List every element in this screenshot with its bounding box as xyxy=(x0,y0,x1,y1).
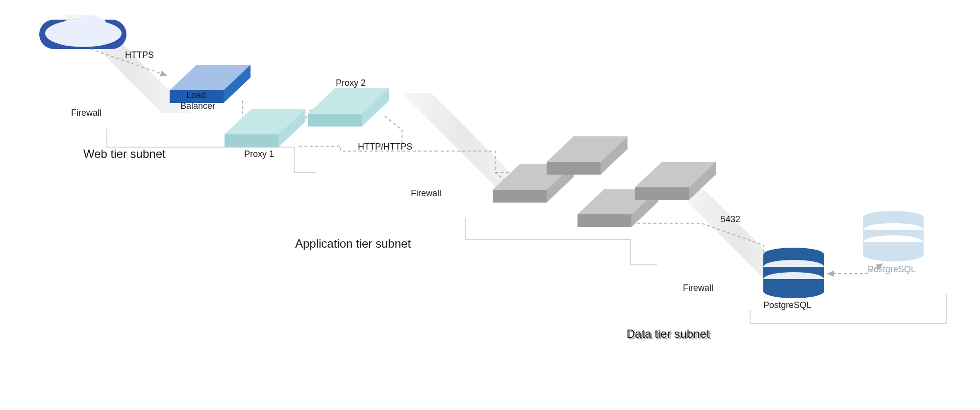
proxy1-label: Proxy 1 xyxy=(244,149,274,159)
svg-marker-23 xyxy=(578,214,631,227)
web-tier-label: Web tier subnet xyxy=(83,147,166,160)
firewall-1-label: Firewall xyxy=(71,108,101,118)
port-label: 5432 xyxy=(721,214,740,224)
svg-point-34 xyxy=(763,284,824,298)
svg-marker-20 xyxy=(547,162,601,175)
svg-marker-26 xyxy=(635,187,689,200)
proxy-2 xyxy=(308,88,389,127)
lb-label-2: Balancer xyxy=(180,101,215,111)
svg-point-6 xyxy=(77,16,107,35)
firewall-2-label: Firewall xyxy=(411,188,441,198)
postgresql-secondary xyxy=(863,211,924,261)
architecture-diagram: Firewall Firewall Firewall HTTPS Load Ba… xyxy=(0,0,980,410)
postgres1-label: PostgreSQL xyxy=(763,300,811,310)
svg-point-41 xyxy=(863,248,924,261)
http-https-label: HTTP/HTTPS xyxy=(358,142,412,152)
https-label: HTTPS xyxy=(125,50,154,60)
proxy-1 xyxy=(225,109,305,147)
proxy2-label: Proxy 2 xyxy=(336,78,366,88)
load-balancer xyxy=(170,65,251,103)
svg-marker-14 xyxy=(308,114,362,127)
data-tier-label: Data tier subnet xyxy=(627,327,710,340)
svg-marker-11 xyxy=(225,134,278,147)
app-server-2 xyxy=(547,136,628,175)
cloud-icon xyxy=(39,16,126,49)
app-tier-label: Application tier subnet xyxy=(295,237,411,250)
svg-marker-17 xyxy=(493,190,547,203)
postgresql-primary xyxy=(763,248,824,298)
lb-label-1: Load xyxy=(186,90,206,100)
firewall-3-label: Firewall xyxy=(683,283,713,293)
